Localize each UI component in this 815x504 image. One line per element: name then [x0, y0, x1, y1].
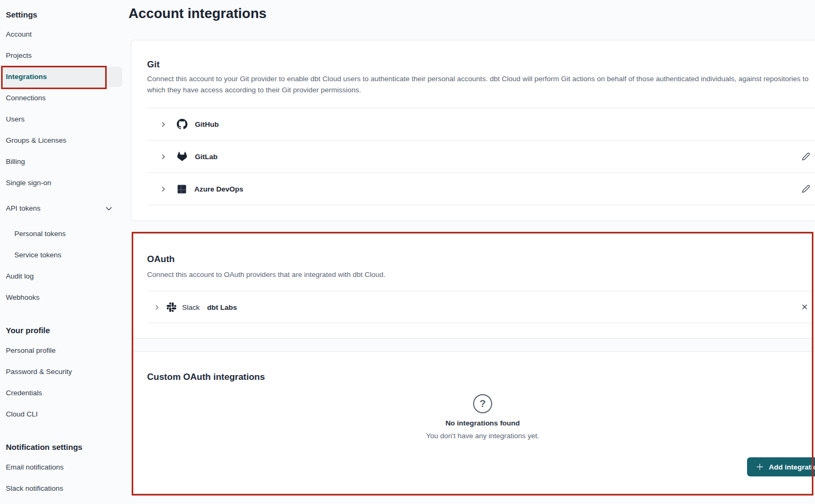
chevron-right-icon	[153, 304, 160, 311]
azure-devops-icon	[177, 185, 186, 194]
sidebar-item-webhooks[interactable]: Webhooks	[6, 292, 40, 303]
provider-name: Slack	[182, 303, 200, 311]
chevron-right-icon	[160, 153, 167, 160]
sidebar-item-single-sign-on[interactable]: Single sign-on	[6, 178, 52, 188]
oauth-section-description: Connect this account to OAuth providers …	[147, 269, 815, 280]
add-integration-button[interactable]: Add integration	[747, 457, 815, 476]
sidebar-item-slack-notifications[interactable]: Slack notifications	[6, 483, 63, 494]
custom-oauth-section-title: Custom OAuth integrations	[147, 371, 265, 384]
provider-row-azure-devops[interactable]: Azure DevOps	[131, 173, 815, 205]
empty-state-subtitle: You don't have any integrations yet.	[131, 432, 815, 440]
oauth-section-card: OAuth Connect this account to OAuth prov…	[131, 233, 815, 338]
sidebar-heading-notification-settings: Notification settings	[6, 442, 82, 453]
git-section-description: Connect this account to your Git provide…	[147, 73, 815, 95]
provider-org-name: dbt Labs	[207, 303, 237, 311]
github-icon	[177, 119, 187, 129]
divider	[147, 205, 815, 205]
provider-row-slack[interactable]: Slack dbt Labs	[131, 291, 815, 323]
sidebar-item-email-notifications[interactable]: Email notifications	[6, 462, 64, 473]
sidebar-heading-settings: Settings	[6, 10, 37, 20]
sidebar-item-connections[interactable]: Connections	[6, 93, 46, 103]
chevron-down-icon[interactable]	[105, 204, 113, 213]
gitlab-icon	[177, 152, 187, 161]
sidebar-item-users[interactable]: Users	[6, 114, 24, 125]
sidebar-item-audit-log[interactable]: Audit log	[6, 271, 34, 282]
oauth-section-title: OAuth	[147, 253, 175, 266]
sidebar-item-personal-profile[interactable]: Personal profile	[6, 345, 56, 356]
sidebar-item-password-security[interactable]: Password & Security	[6, 367, 72, 377]
git-section-card: Git Connect this account to your Git pro…	[131, 40, 815, 221]
provider-name: Azure DevOps	[194, 185, 243, 193]
sidebar-item-service-tokens[interactable]: Service tokens	[14, 250, 62, 260]
sidebar-item-account[interactable]: Account	[6, 29, 32, 40]
empty-state: ? No integrations found You don't have a…	[131, 394, 815, 440]
plus-icon	[756, 463, 764, 471]
sidebar-heading-your-profile: Your profile	[6, 325, 50, 336]
divider	[147, 323, 815, 323]
empty-state-title: No integrations found	[131, 419, 815, 427]
provider-name: GitLab	[195, 153, 218, 161]
provider-row-github[interactable]: GitHub	[131, 108, 815, 140]
custom-oauth-section-card: Custom OAuth integrations ? No integrati…	[131, 351, 815, 494]
sidebar-item-groups-licenses[interactable]: Groups & Licenses	[6, 135, 66, 146]
chevron-right-icon	[160, 186, 167, 193]
edit-pencil-icon[interactable]	[802, 185, 810, 193]
add-integration-label: Add integration	[769, 463, 815, 471]
page-title: Account integrations	[128, 5, 267, 22]
settings-sidebar: Settings Account Projects Integrations C…	[0, 0, 131, 504]
close-x-icon[interactable]	[801, 303, 809, 311]
slack-icon	[167, 302, 176, 312]
provider-row-gitlab[interactable]: GitLab	[131, 141, 815, 172]
sidebar-item-integrations[interactable]: Integrations	[6, 72, 47, 82]
sidebar-item-api-tokens[interactable]: API tokens	[6, 203, 40, 214]
edit-pencil-icon[interactable]	[802, 152, 810, 161]
sidebar-item-projects[interactable]: Projects	[6, 50, 32, 61]
sidebar-item-credentials[interactable]: Credentials	[6, 388, 42, 398]
sidebar-item-personal-tokens[interactable]: Personal tokens	[14, 229, 66, 239]
chevron-right-icon	[160, 121, 167, 128]
sidebar-item-cloud-cli[interactable]: Cloud CLI	[6, 409, 38, 420]
git-section-title: Git	[147, 58, 160, 71]
provider-name: GitHub	[195, 120, 219, 128]
question-mark-icon: ?	[473, 394, 492, 413]
sidebar-item-billing[interactable]: Billing	[6, 157, 25, 167]
